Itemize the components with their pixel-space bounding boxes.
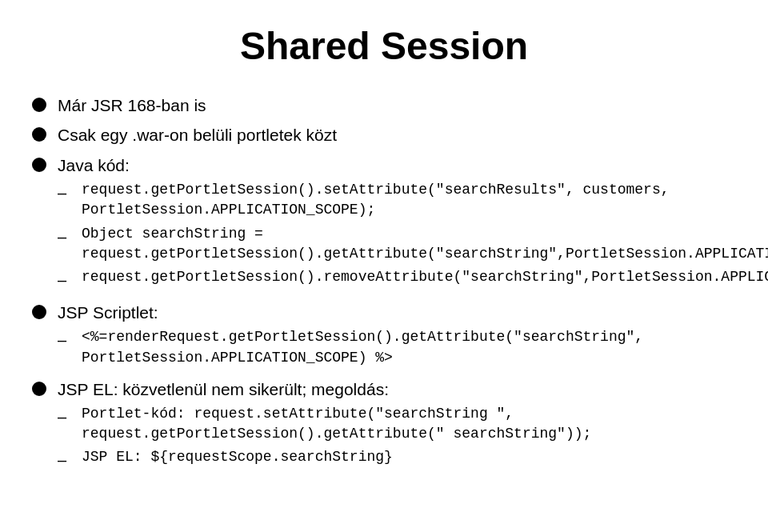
list-item: – Portlet-kód: request.setAttribute("sea… xyxy=(58,404,736,444)
list-item: – <%=renderRequest.getPortletSession().g… xyxy=(58,327,736,367)
item-text: Már JSR 168-ban is xyxy=(58,94,736,117)
list-item: Csak egy .war-on belüli portletek közt xyxy=(32,123,736,146)
list-item: – request.getPortletSession().setAttribu… xyxy=(58,180,768,220)
dash-icon: – xyxy=(58,182,74,204)
main-list: Már JSR 168-ban is Csak egy .war-on belü… xyxy=(32,94,736,474)
list-item: – JSP EL: ${requestScope.searchString} xyxy=(58,447,736,471)
sub-item-text: Object searchString = request.getPortlet… xyxy=(82,224,768,264)
dash-icon: – xyxy=(58,226,74,248)
page-title: Shared Session xyxy=(32,16,736,68)
sub-item-text: request.getPortletSession().removeAttrib… xyxy=(82,267,768,287)
list-item: Java kód: – request.getPortletSession().… xyxy=(32,154,736,294)
bullet-dot xyxy=(32,305,46,319)
item-label: JSP EL: közvetlenül nem sikerült; megold… xyxy=(58,380,389,398)
dash-icon: – xyxy=(58,449,74,471)
dash-icon: – xyxy=(58,269,74,291)
list-item: JSP Scriptlet: – <%=renderRequest.getPor… xyxy=(32,301,736,371)
list-item: Már JSR 168-ban is xyxy=(32,94,736,117)
sub-item-text: JSP EL: ${requestScope.searchString} xyxy=(82,447,736,467)
bullet-dot xyxy=(32,98,46,112)
bullet-dot xyxy=(32,127,46,142)
bullet-dot xyxy=(32,382,46,396)
item-text: Csak egy .war-on belüli portletek közt xyxy=(58,123,736,146)
sub-item-text: <%=renderRequest.getPortletSession().get… xyxy=(82,327,736,367)
item-label: JSP Scriptlet: xyxy=(58,303,158,322)
dash-icon: – xyxy=(58,329,74,351)
sub-item-text: request.getPortletSession().setAttribute… xyxy=(82,180,768,220)
sub-list: – <%=renderRequest.getPortletSession().g… xyxy=(58,327,736,367)
item-content: Java kód: – request.getPortletSession().… xyxy=(58,154,768,294)
item-content: JSP Scriptlet: – <%=renderRequest.getPor… xyxy=(58,301,736,371)
bullet-dot xyxy=(32,158,46,172)
list-item: – request.getPortletSession().removeAttr… xyxy=(58,267,768,291)
sub-list: – Portlet-kód: request.setAttribute("sea… xyxy=(58,404,736,471)
sub-list: – request.getPortletSession().setAttribu… xyxy=(58,180,768,291)
sub-item-text: Portlet-kód: request.setAttribute("searc… xyxy=(82,404,736,444)
item-label: Java kód: xyxy=(58,156,130,174)
item-content: JSP EL: közvetlenül nem sikerült; megold… xyxy=(58,378,736,475)
dash-icon: – xyxy=(58,406,74,428)
list-item: – Object searchString = request.getPortl… xyxy=(58,224,768,264)
list-item: JSP EL: közvetlenül nem sikerült; megold… xyxy=(32,378,736,475)
